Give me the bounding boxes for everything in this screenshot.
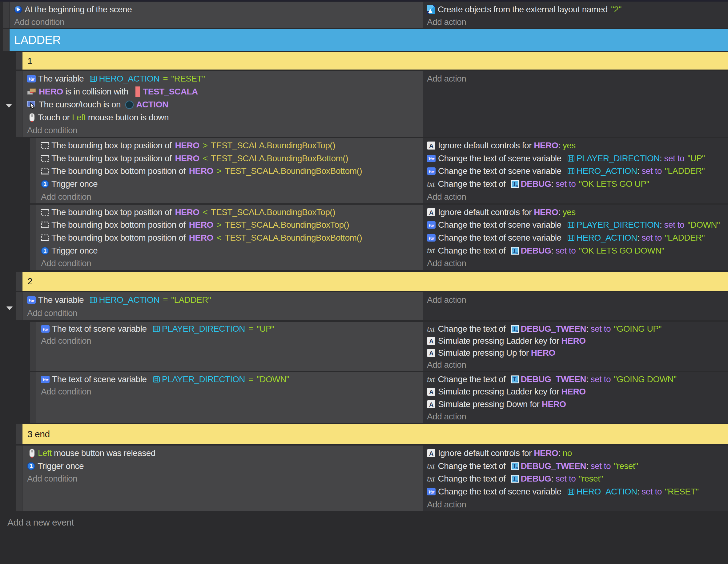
svg-text:A: A xyxy=(429,401,433,408)
svg-text:T: T xyxy=(513,463,516,469)
svg-text:A: A xyxy=(429,142,433,149)
svg-text:T: T xyxy=(513,181,516,187)
svg-text:Var: Var xyxy=(428,156,434,161)
svg-text:A: A xyxy=(429,349,433,356)
svg-text:T: T xyxy=(513,476,516,482)
svg-text:T: T xyxy=(513,326,516,332)
svg-text:1: 1 xyxy=(30,463,33,469)
svg-text:Var: Var xyxy=(28,298,34,303)
svg-text:T: T xyxy=(513,376,516,382)
svg-text:Var: Var xyxy=(42,377,48,382)
svg-text:A: A xyxy=(429,389,433,395)
svg-text:Var: Var xyxy=(428,489,434,494)
svg-text:1: 1 xyxy=(43,181,46,187)
svg-text:T: T xyxy=(513,248,516,254)
svg-text:A: A xyxy=(429,450,433,457)
svg-text:Var: Var xyxy=(428,236,434,240)
svg-text:A: A xyxy=(429,338,433,344)
svg-text:Var: Var xyxy=(428,223,434,228)
svg-text:Var: Var xyxy=(428,169,434,174)
svg-text:A: A xyxy=(429,209,433,216)
svg-text:Var: Var xyxy=(28,77,34,82)
svg-text:1: 1 xyxy=(43,248,46,254)
svg-text:Var: Var xyxy=(42,327,48,332)
